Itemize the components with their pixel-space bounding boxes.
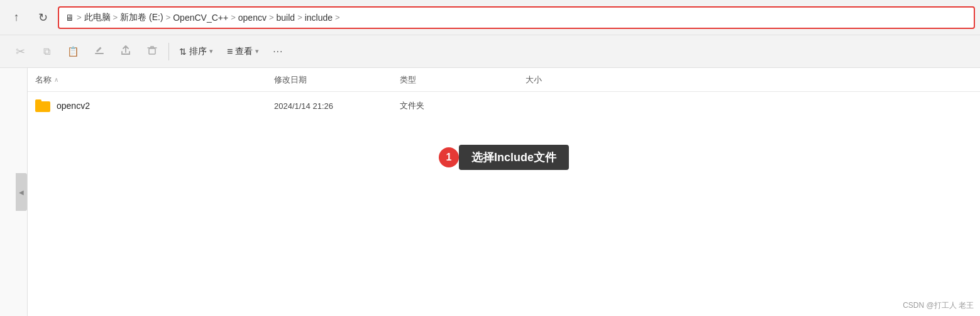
nav-bar: ↑ ↻ 🖥 > 此电脑 > 新加卷 (E:) > OpenCV_C++ > op… bbox=[0, 0, 980, 35]
breadcrumb-sep-6: > bbox=[335, 13, 340, 22]
breadcrumb[interactable]: 🖥 > 此电脑 > 新加卷 (E:) > OpenCV_C++ > opencv… bbox=[58, 6, 975, 29]
file-list-area: 名称 ∧ 修改日期 类型 大小 opencv2 2024/1/14 21:26 bbox=[28, 68, 980, 316]
sidebar-collapse-arrow[interactable]: ◀ bbox=[16, 173, 27, 211]
watermark: CSDN @打工人 老王 bbox=[903, 300, 974, 311]
paste-icon: 📋 bbox=[67, 46, 79, 57]
up-icon: ↑ bbox=[14, 11, 19, 24]
toolbar: ✂ ⧉ 📋 ⇅ 排序 ▾ bbox=[0, 35, 980, 68]
file-cell-date: 2024/1/14 21:26 bbox=[274, 101, 400, 111]
delete-button[interactable] bbox=[140, 40, 165, 64]
breadcrumb-include: include bbox=[305, 13, 333, 23]
svg-rect-0 bbox=[95, 53, 104, 54]
breadcrumb-sep-4: > bbox=[269, 13, 274, 22]
col-header-name: 名称 ∧ bbox=[35, 74, 274, 86]
rename-icon bbox=[94, 45, 105, 58]
svg-rect-1 bbox=[149, 48, 155, 54]
annotation-area: 1 选择Include文件 bbox=[28, 145, 980, 170]
file-cell-type: 文件夹 bbox=[400, 100, 526, 111]
sidebar-arrow-icon: ◀ bbox=[19, 189, 24, 196]
view-icon: ≡ bbox=[227, 46, 233, 57]
annotation-badge: 1 bbox=[439, 147, 459, 167]
breadcrumb-sep-1: > bbox=[113, 13, 118, 22]
col-header-size: 大小 bbox=[526, 74, 620, 86]
sidebar-nav: ◀ bbox=[0, 68, 28, 316]
view-button[interactable]: ≡ 查看 ▾ bbox=[221, 40, 265, 64]
breadcrumb-opencv: opencv bbox=[238, 13, 267, 23]
more-button[interactable]: ··· bbox=[267, 40, 289, 63]
cut-button[interactable]: ✂ bbox=[8, 40, 33, 64]
folder-icon bbox=[35, 99, 50, 112]
view-label: 查看 bbox=[235, 46, 253, 57]
column-headers: 名称 ∧ 修改日期 类型 大小 bbox=[28, 68, 980, 92]
rename-button[interactable] bbox=[87, 40, 112, 64]
sort-icon: ⇅ bbox=[179, 47, 187, 57]
paste-button[interactable]: 📋 bbox=[60, 40, 85, 64]
up-button[interactable]: ↑ bbox=[5, 6, 28, 29]
breadcrumb-this-pc: 此电脑 bbox=[84, 12, 111, 23]
sort-button[interactable]: ⇅ 排序 ▾ bbox=[173, 40, 219, 64]
copy-icon: ⧉ bbox=[43, 46, 50, 57]
col-name-sort-icon: ∧ bbox=[54, 76, 58, 83]
breadcrumb-sep-5: > bbox=[297, 13, 302, 22]
breadcrumb-sep-3: > bbox=[231, 13, 236, 22]
sort-label: 排序 bbox=[189, 46, 207, 57]
breadcrumb-drive: 新加卷 (E:) bbox=[120, 12, 163, 23]
copy-button[interactable]: ⧉ bbox=[34, 40, 59, 64]
share-icon bbox=[120, 45, 131, 58]
share-button[interactable] bbox=[113, 40, 138, 64]
col-header-type: 类型 bbox=[400, 74, 526, 86]
delete-icon bbox=[146, 45, 158, 58]
refresh-button[interactable]: ↻ bbox=[31, 6, 54, 29]
more-icon: ··· bbox=[273, 46, 283, 57]
table-row[interactable]: opencv2 2024/1/14 21:26 文件夹 bbox=[28, 92, 980, 120]
view-chevron-icon: ▾ bbox=[255, 47, 259, 55]
main-area: ◀ 名称 ∧ 修改日期 类型 大小 opencv2 bbox=[0, 68, 980, 316]
breadcrumb-sep-2: > bbox=[166, 13, 171, 22]
file-name: opencv2 bbox=[57, 101, 90, 111]
annotation-label: 选择Include文件 bbox=[459, 145, 569, 170]
file-cell-name: opencv2 bbox=[35, 99, 274, 112]
refresh-icon: ↻ bbox=[38, 11, 48, 25]
breadcrumb-sep-0: > bbox=[77, 13, 82, 22]
monitor-icon: 🖥 bbox=[65, 13, 74, 23]
col-header-date: 修改日期 bbox=[274, 74, 400, 86]
col-name-label: 名称 bbox=[35, 74, 52, 86]
cut-icon: ✂ bbox=[16, 45, 25, 59]
toolbar-divider-1 bbox=[168, 43, 169, 60]
sort-chevron-icon: ▾ bbox=[209, 47, 213, 55]
breadcrumb-opencv-cpp: OpenCV_C++ bbox=[173, 13, 228, 23]
breadcrumb-monitor: 🖥 bbox=[65, 13, 74, 23]
breadcrumb-build: build bbox=[277, 13, 295, 23]
